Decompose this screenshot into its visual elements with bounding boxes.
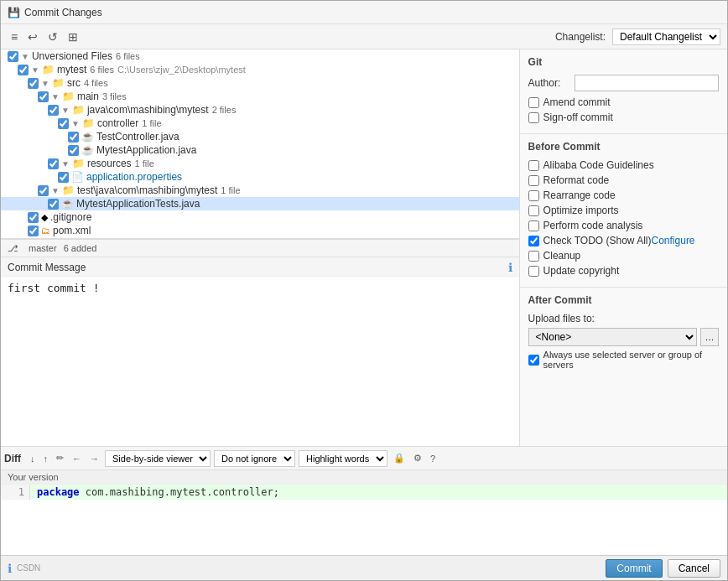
checkbox-test-java[interactable] bbox=[38, 185, 49, 196]
diff-left-btn[interactable]: ← bbox=[70, 452, 84, 465]
tree-src[interactable]: ▼ 📁 src4 files bbox=[1, 76, 519, 90]
checkbox-src[interactable] bbox=[28, 78, 39, 89]
bottom-bar: ℹ CSDN Commit Cancel bbox=[1, 555, 727, 580]
after-commit-title: After Commit bbox=[528, 294, 719, 306]
rearrange-checkbox[interactable] bbox=[528, 190, 539, 201]
check-todo-row: Check TODO (Show All) Configure bbox=[528, 235, 719, 246]
tree-mytest-app[interactable]: ☕ MytestApplication.java bbox=[1, 143, 519, 157]
expand-btn[interactable]: ⊞ bbox=[65, 29, 81, 45]
diff-lock-btn[interactable]: 🔒 bbox=[391, 451, 408, 465]
bottom-bar-left: ℹ CSDN bbox=[8, 562, 601, 575]
diff-viewer: 1 package com.mashibing.mytest.controlle… bbox=[1, 485, 727, 500]
tree-controller[interactable]: ▼ 📁 controller1 file bbox=[1, 117, 519, 130]
sign-off-label: Sign-off commit bbox=[543, 112, 613, 123]
checkbox-pom-xml[interactable] bbox=[28, 226, 39, 236]
tree-unversioned-files[interactable]: ▼ Unversioned Files6 files bbox=[1, 49, 519, 63]
diff-version-label: Your version bbox=[1, 470, 727, 485]
folder-icon-src: 📁 bbox=[52, 77, 65, 89]
undo-btn[interactable]: ↩ bbox=[24, 29, 41, 45]
app-properties-label: application.properties bbox=[86, 171, 182, 183]
sign-off-checkbox[interactable] bbox=[528, 112, 539, 123]
tree-main[interactable]: ▼ 📁 main3 files bbox=[1, 90, 519, 103]
checkbox-mytest-app[interactable] bbox=[68, 145, 79, 156]
code-analysis-label: Perform code analysis bbox=[543, 220, 643, 231]
checkbox-mytest[interactable] bbox=[18, 65, 29, 75]
branch-icon: ⎇ bbox=[8, 243, 18, 254]
refresh-btn[interactable]: ↺ bbox=[44, 29, 61, 45]
upload-settings-btn[interactable]: … bbox=[700, 328, 719, 346]
checkbox-app-properties[interactable] bbox=[58, 172, 69, 183]
watermark: CSDN bbox=[17, 563, 40, 573]
update-copyright-checkbox[interactable] bbox=[528, 266, 539, 277]
tree-app-properties[interactable]: 📄 application.properties bbox=[1, 170, 519, 184]
commit-button[interactable]: Commit bbox=[606, 559, 662, 578]
main-window: 💾 Commit Changes ≡ ↩ ↺ ⊞ Changelist: Def… bbox=[0, 0, 728, 581]
bottom-info-icon: ℹ bbox=[8, 562, 12, 575]
diff-settings-btn[interactable]: ⚙ bbox=[411, 451, 424, 465]
git-section: Git Author: Amend commit Sign-off commit bbox=[520, 49, 727, 134]
folder-icon-controller: 📁 bbox=[82, 117, 95, 129]
checkbox-unversioned[interactable] bbox=[8, 51, 18, 62]
update-copyright-row: Update copyright bbox=[528, 265, 719, 277]
tree-test-java[interactable]: ▼ 📁 test\java\com\mashibing\mytest1 file bbox=[1, 184, 519, 197]
amend-commit-row: Amend commit bbox=[528, 96, 719, 108]
amend-commit-checkbox[interactable] bbox=[528, 97, 539, 108]
configure-link[interactable]: Configure bbox=[652, 235, 695, 246]
folder-icon-java-pkg: 📁 bbox=[72, 104, 85, 116]
author-input[interactable] bbox=[575, 75, 719, 91]
diff-help-btn[interactable]: ? bbox=[428, 452, 438, 465]
tree-test-controller[interactable]: ☕ TestController.java bbox=[1, 130, 519, 143]
file-tree[interactable]: ▼ Unversioned Files6 files ▼ 📁 mytest6 f… bbox=[1, 49, 519, 239]
move-to-changelist-btn[interactable]: ≡ bbox=[8, 29, 21, 45]
toolbar: ≡ ↩ ↺ ⊞ Changelist: Default Changelist bbox=[1, 24, 727, 49]
sign-off-row: Sign-off commit bbox=[528, 112, 719, 123]
always-use-row: Always use selected server or group of s… bbox=[528, 350, 719, 370]
diff-highlight-select[interactable]: Highlight words bbox=[299, 450, 387, 467]
tree-pom-xml[interactable]: 🗂 pom.xml bbox=[1, 224, 519, 237]
checkbox-mytest-app-tests[interactable] bbox=[48, 199, 59, 210]
optimize-label: Optimize imports bbox=[543, 205, 619, 216]
optimize-checkbox[interactable] bbox=[528, 205, 539, 216]
checkbox-controller[interactable] bbox=[58, 118, 69, 129]
alibaba-checkbox[interactable] bbox=[528, 160, 539, 171]
upload-select[interactable]: <None> bbox=[528, 328, 697, 346]
always-use-label: Always use selected server or group of s… bbox=[543, 350, 719, 370]
checkbox-java-pkg[interactable] bbox=[48, 105, 59, 116]
changelist-select[interactable]: Default Changelist bbox=[612, 29, 720, 45]
diff-down-btn[interactable]: ↓ bbox=[28, 452, 38, 465]
diff-content: 1 package com.mashibing.mytest.controlle… bbox=[1, 485, 727, 555]
commit-textarea[interactable]: first commit ! bbox=[1, 277, 519, 446]
line-number-1: 1 bbox=[6, 486, 24, 498]
diff-up-btn[interactable]: ↑ bbox=[41, 452, 51, 465]
rearrange-row: Rearrange code bbox=[528, 189, 719, 201]
reformat-label: Reformat code bbox=[543, 174, 610, 186]
upload-row: <None> … bbox=[528, 328, 719, 346]
tree-resources[interactable]: ▼ 📁 resources1 file bbox=[1, 157, 519, 170]
checkbox-test-controller[interactable] bbox=[68, 132, 79, 143]
diff-right-btn[interactable]: → bbox=[87, 452, 101, 465]
cancel-button[interactable]: Cancel bbox=[668, 559, 720, 578]
diff-edit-btn[interactable]: ✏ bbox=[54, 451, 66, 465]
cleanup-checkbox[interactable] bbox=[528, 251, 539, 262]
check-todo-checkbox[interactable] bbox=[528, 236, 539, 246]
code-analysis-row: Perform code analysis bbox=[528, 220, 719, 231]
tree-mytest-app-tests[interactable]: ☕ MytestApplicationTests.java bbox=[1, 197, 519, 210]
commit-label: Commit Message ℹ bbox=[1, 257, 519, 277]
checkbox-main[interactable] bbox=[38, 91, 49, 102]
tree-mytest[interactable]: ▼ 📁 mytest6 filesC:\Users\zjw_2\Desktop\… bbox=[1, 63, 519, 76]
checkbox-resources[interactable] bbox=[48, 158, 59, 169]
java-icon-test-controller: ☕ bbox=[81, 131, 94, 143]
alibaba-label: Alibaba Code Guidelines bbox=[543, 159, 654, 171]
always-use-checkbox[interactable] bbox=[528, 355, 539, 366]
diff-viewer-select[interactable]: Side-by-side viewer bbox=[105, 450, 211, 467]
diff-ignore-select[interactable]: Do not ignore bbox=[214, 450, 295, 467]
diff-section: Diff ↓ ↑ ✏ ← → Side-by-side viewer Do no… bbox=[1, 446, 727, 555]
tree-gitignore[interactable]: ◆ .gitignore bbox=[1, 210, 519, 224]
reformat-checkbox[interactable] bbox=[528, 175, 539, 186]
diff-toolbar: Diff ↓ ↑ ✏ ← → Side-by-side viewer Do no… bbox=[1, 447, 727, 470]
java-icon-mytest-app: ☕ bbox=[81, 144, 94, 156]
code-text: com.mashibing.mytest.controller; bbox=[86, 486, 279, 498]
code-analysis-checkbox[interactable] bbox=[528, 220, 539, 231]
checkbox-gitignore[interactable] bbox=[28, 212, 39, 223]
tree-java-pkg[interactable]: ▼ 📁 java\com\mashibing\mytest2 files bbox=[1, 103, 519, 117]
